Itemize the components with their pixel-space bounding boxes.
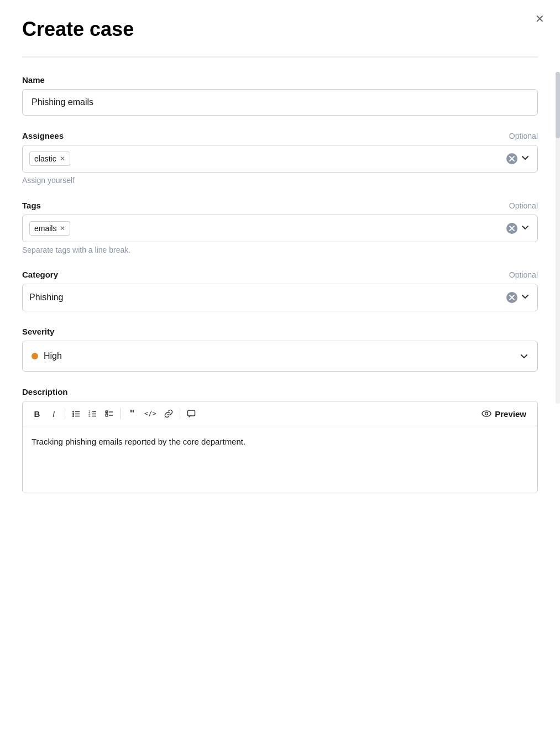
assignees-tag-label: elastic: [34, 154, 56, 163]
assignees-field-section: Assignees Optional elastic ✕: [22, 131, 538, 185]
close-button[interactable]: ✕: [533, 11, 547, 27]
svg-point-26: [485, 413, 488, 415]
chevron-down-icon: [521, 223, 530, 232]
comment-icon: [187, 409, 196, 418]
unordered-list-button[interactable]: [69, 406, 84, 421]
category-clear-button[interactable]: [506, 292, 517, 303]
link-icon: [164, 409, 173, 418]
tag-emails: emails ✕: [29, 221, 70, 236]
ordered-list-button[interactable]: 1. 2. 3.: [85, 406, 101, 421]
clear-icon: [509, 295, 515, 300]
tags-clear-button[interactable]: [506, 223, 517, 234]
chevron-down-icon: [521, 153, 530, 162]
severity-select[interactable]: High: [22, 341, 538, 372]
create-case-modal: ✕ Create case Name Assignees Optional el…: [0, 0, 560, 736]
name-label: Name: [22, 75, 45, 85]
quote-button[interactable]: ": [124, 406, 140, 421]
italic-button[interactable]: I: [46, 406, 61, 421]
code-button[interactable]: </>: [141, 406, 160, 421]
bold-button[interactable]: B: [29, 406, 45, 421]
assignees-tag-elastic-close[interactable]: ✕: [60, 155, 65, 162]
toolbar-divider-2: [121, 408, 121, 419]
svg-point-6: [72, 411, 74, 413]
name-field-header: Name: [22, 75, 538, 85]
description-text: Tracking phishing emails reported by the…: [32, 437, 245, 446]
tags-optional: Optional: [509, 201, 538, 210]
name-input[interactable]: [22, 89, 538, 116]
description-editor: B I 1.: [22, 401, 538, 493]
assignees-select[interactable]: elastic ✕: [22, 145, 538, 173]
assignees-optional: Optional: [509, 132, 538, 140]
chevron-down-icon: [521, 292, 530, 301]
category-value: Phishing: [29, 293, 63, 302]
tags-area: emails ✕: [29, 221, 506, 236]
category-field-header: Category Optional: [22, 270, 538, 279]
tags-label: Tags: [22, 201, 41, 210]
unordered-list-icon: [72, 409, 81, 418]
tags-select[interactable]: emails ✕: [22, 215, 538, 242]
category-label: Category: [22, 270, 58, 279]
svg-point-8: [72, 413, 74, 415]
category-select[interactable]: Phishing: [22, 284, 538, 311]
tag-emails-close[interactable]: ✕: [60, 225, 65, 232]
svg-text:3.: 3.: [88, 414, 91, 417]
assignees-field-header: Assignees Optional: [22, 131, 538, 140]
clear-icon: [509, 226, 515, 231]
severity-dot: [32, 353, 38, 359]
svg-point-10: [72, 415, 74, 417]
svg-rect-22: [106, 414, 108, 416]
tags-select-controls: [506, 222, 531, 235]
ordered-list-icon: 1. 2. 3.: [88, 409, 97, 418]
assignees-chevron-button[interactable]: [520, 152, 531, 165]
preview-label: Preview: [495, 409, 526, 419]
name-field-section: Name: [22, 75, 538, 116]
modal-title: Create case: [22, 18, 538, 41]
category-optional: Optional: [509, 270, 538, 279]
severity-value: High: [44, 351, 520, 361]
task-list-icon: [105, 409, 114, 418]
toolbar-divider-1: [65, 408, 65, 419]
svg-rect-24: [187, 410, 195, 416]
assignees-clear-button[interactable]: [506, 153, 517, 164]
category-value-area: Phishing: [29, 293, 506, 302]
assignees-label: Assignees: [22, 131, 64, 140]
description-field-section: Description B I: [22, 387, 538, 493]
category-select-controls: [506, 291, 531, 304]
tags-field-header: Tags Optional: [22, 201, 538, 210]
clear-icon: [509, 156, 515, 161]
assign-yourself-link[interactable]: Assign yourself: [22, 176, 75, 185]
svg-point-25: [482, 411, 491, 416]
severity-field-header: Severity: [22, 327, 538, 336]
link-button[interactable]: [161, 406, 176, 421]
description-label: Description: [22, 387, 538, 396]
comment-button[interactable]: [184, 406, 199, 421]
scrollbar-thumb[interactable]: [556, 72, 560, 138]
assignees-tags-area: elastic ✕: [29, 152, 506, 166]
assignees-select-controls: [506, 152, 531, 165]
editor-toolbar: B I 1.: [23, 401, 537, 426]
svg-line-20: [107, 411, 108, 413]
task-list-button[interactable]: [102, 406, 117, 421]
assignees-tag-elastic: elastic ✕: [29, 152, 70, 166]
header-divider: [22, 56, 538, 58]
tags-chevron-button[interactable]: [520, 222, 531, 235]
category-field-section: Category Optional Phishing: [22, 270, 538, 311]
tag-emails-label: emails: [34, 224, 56, 233]
scrollbar-track[interactable]: [556, 72, 560, 404]
toolbar-divider-3: [180, 408, 180, 419]
category-chevron-button[interactable]: [520, 291, 531, 304]
preview-button[interactable]: Preview: [477, 406, 531, 421]
tags-field-section: Tags Optional emails ✕: [22, 201, 538, 254]
description-content[interactable]: Tracking phishing emails reported by the…: [23, 426, 537, 493]
eye-icon: [482, 409, 491, 419]
tags-helper-text: Separate tags with a line break.: [22, 246, 538, 254]
severity-field-section: Severity High: [22, 327, 538, 372]
severity-chevron-icon: [520, 352, 528, 361]
severity-label: Severity: [22, 327, 54, 336]
